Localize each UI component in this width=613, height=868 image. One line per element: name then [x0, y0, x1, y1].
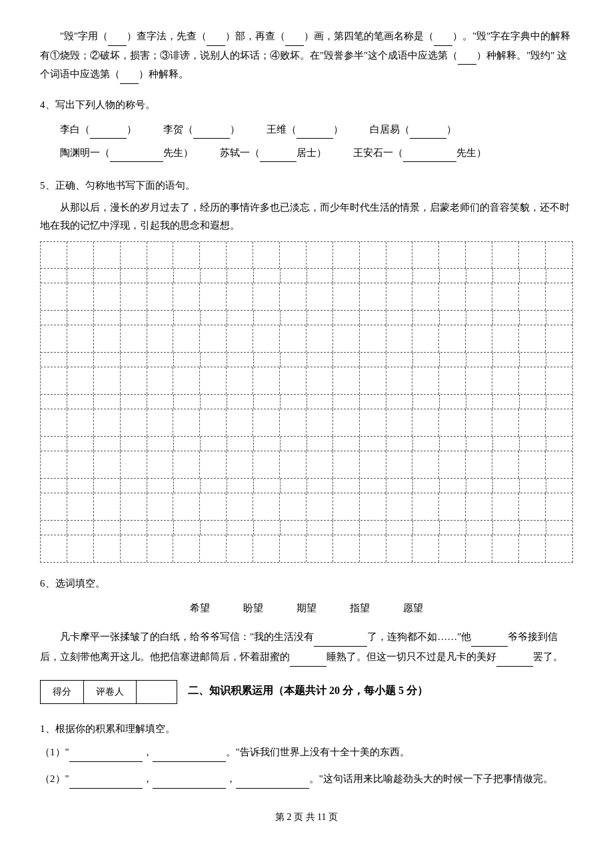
grid-half-cell-4-17	[493, 437, 520, 451]
grid-cell-5-5	[173, 451, 200, 478]
grid-half-cell-4-10	[307, 437, 334, 451]
grid-cell-5-18	[519, 451, 546, 478]
grid-cell-1-3	[121, 283, 147, 310]
q5-text: 从那以后，漫长的岁月过去了，经历的事情许多也已淡忘，而少年时代生活的情景，启蒙老…	[40, 199, 573, 235]
grid-half-cell-3-10	[307, 395, 334, 409]
grid-cell-3-16	[466, 367, 492, 394]
person-baiyi: 白居易（）	[370, 121, 456, 139]
word-4: 指望	[350, 599, 370, 617]
grid-half-row-2	[41, 353, 572, 367]
person-wang: 王安石一（先生）	[353, 144, 486, 162]
grid-cell-3-1	[67, 367, 94, 394]
grid-cell-6-10	[306, 493, 333, 520]
grid-cell-5-16	[466, 451, 492, 478]
score-box: 得分 评卷人	[40, 680, 177, 703]
grid-half-row-1	[41, 311, 572, 325]
person-wangwei: 王维（）	[267, 121, 343, 139]
grid-cell-2-4	[147, 325, 174, 352]
q7-item1-text: （1）"，。"告诉我们世界上没有十全十美的东西。	[40, 742, 573, 762]
grid-cell-2-14	[412, 325, 439, 352]
grid-half-cell-3-5	[174, 395, 201, 409]
grid-cell-5-12	[360, 451, 386, 478]
grid-half-cell-0-12	[360, 269, 386, 283]
grid-half-cell-4-2	[94, 437, 121, 451]
grid-cell-0-12	[360, 242, 386, 269]
grid-half-row-5	[41, 479, 572, 493]
person-lihe: 李贺（）	[163, 121, 240, 139]
grid-cell-2-7	[227, 325, 253, 352]
grid-cell-1-4	[147, 283, 174, 310]
grid-half-cell-2-18	[520, 353, 546, 367]
grid-cell-6-16	[466, 493, 492, 520]
grid-cell-6-6	[200, 493, 227, 520]
grid-main-row-2	[41, 325, 572, 353]
blank-q7-2c	[236, 777, 309, 789]
grid-cell-7-11	[333, 535, 360, 562]
q4-people-row1: 李白（） 李贺（） 王维（） 白居易（）	[40, 118, 573, 141]
grid-half-cell-3-12	[360, 395, 386, 409]
grid-cell-4-3	[121, 409, 147, 436]
grid-cell-7-17	[492, 535, 519, 562]
grid-half-cell-5-4	[147, 479, 174, 493]
grid-cell-7-5	[173, 535, 200, 562]
grid-half-cell-4-14	[413, 437, 440, 451]
grid-half-cell-1-17	[493, 311, 520, 325]
q4-people-row2: 陶渊明一（先生） 苏轼一（居士） 王安石一（先生）	[40, 141, 573, 165]
grid-half-cell-4-19	[546, 437, 572, 451]
q3-text: "毁"字用（）查字法，先查（）部，再查（）画，第四笔的笔画名称是（）。"毁"字在…	[40, 27, 573, 84]
grid-cell-3-18	[519, 367, 546, 394]
grid-half-cell-1-9	[281, 311, 307, 325]
question-5-section: 5、正确、匀称地书写下面的语句。 从那以后，漫长的岁月过去了，经历的事情许多也已…	[40, 177, 573, 563]
grid-cell-6-9	[280, 493, 306, 520]
person-su: 苏轼一（居士）	[220, 144, 326, 162]
grid-half-cell-0-5	[174, 269, 201, 283]
grid-cell-3-0	[41, 367, 67, 394]
grid-main-row-0	[41, 242, 572, 269]
grid-cell-0-8	[253, 242, 280, 269]
blank-wangwei	[297, 127, 333, 139]
grid-half-cell-5-19	[546, 479, 572, 493]
grid-half-cell-0-11	[333, 269, 360, 283]
grid-half-cell-5-14	[413, 479, 440, 493]
grid-half-cell-1-10	[307, 311, 334, 325]
grid-half-cell-2-8	[254, 353, 281, 367]
grid-half-cell-2-4	[147, 353, 174, 367]
q6-word-list: 希望 盼望 期望 指望 愿望	[40, 599, 573, 617]
grid-half-cell-2-12	[360, 353, 386, 367]
grid-cell-0-1	[67, 242, 94, 269]
grid-cell-5-8	[253, 451, 280, 478]
grid-half-cell-6-17	[493, 521, 520, 535]
grid-half-cell-5-8	[254, 479, 281, 493]
grid-cell-3-9	[280, 367, 306, 394]
grid-half-cell-3-16	[466, 395, 493, 409]
grid-half-cell-3-18	[520, 395, 546, 409]
grid-cell-2-9	[280, 325, 306, 352]
grid-half-cell-1-18	[520, 311, 546, 325]
score-label: 得分	[41, 681, 84, 703]
grid-half-cell-5-10	[307, 479, 334, 493]
grid-cell-4-18	[519, 409, 546, 436]
blank-lihe	[193, 127, 230, 139]
grid-cell-6-5	[173, 493, 200, 520]
grid-cell-2-2	[94, 325, 121, 352]
grid-half-cell-6-18	[520, 521, 546, 535]
grid-cell-5-17	[492, 451, 519, 478]
grid-cell-0-9	[280, 242, 306, 269]
grid-cell-6-1	[67, 493, 94, 520]
grid-half-cell-4-13	[386, 437, 413, 451]
person-libi: 李白（）	[60, 121, 137, 139]
grid-cell-1-5	[173, 283, 200, 310]
grid-half-cell-1-0	[41, 311, 67, 325]
grid-half-cell-0-19	[546, 269, 572, 283]
blank-q6-1	[314, 635, 367, 647]
q7-item-2: （2）"，，。"这句话用来比喻趁劲头大的时候一下子把事情做完。	[40, 769, 573, 789]
writing-grid	[40, 241, 573, 563]
grid-half-cell-1-15	[440, 311, 466, 325]
grid-cell-4-9	[280, 409, 306, 436]
grid-half-cell-6-12	[360, 521, 386, 535]
grid-cell-4-6	[200, 409, 227, 436]
grid-cell-4-11	[333, 409, 360, 436]
grid-cell-4-15	[439, 409, 466, 436]
grid-half-cell-1-13	[386, 311, 413, 325]
grid-half-cell-2-13	[386, 353, 413, 367]
